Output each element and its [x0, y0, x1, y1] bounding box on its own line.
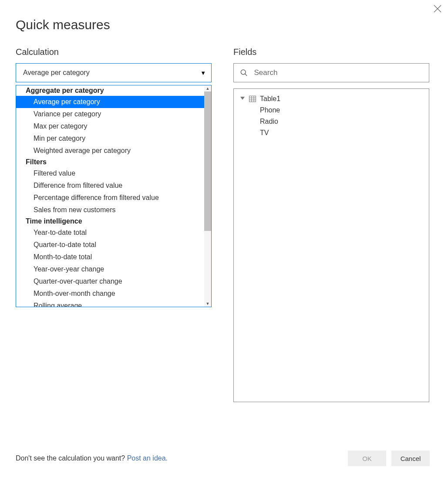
- table-icon: [249, 95, 256, 103]
- option-group-header: Filters: [16, 157, 211, 167]
- svg-point-2: [241, 70, 246, 75]
- svg-line-3: [245, 74, 247, 76]
- dropdown-option[interactable]: Month-over-month change: [16, 288, 211, 300]
- scrollbar-track[interactable]: ▲ ▼: [204, 85, 211, 307]
- post-idea-link[interactable]: Post an idea.: [127, 454, 168, 462]
- expand-collapse-icon[interactable]: [240, 96, 245, 102]
- fields-column-label: Phone: [260, 106, 280, 114]
- fields-table-label: Table1: [260, 95, 280, 103]
- dropdown-option[interactable]: Average per category: [16, 96, 211, 108]
- dialog-footer: Don't see the calculation you want? Post…: [16, 451, 430, 466]
- footer-hint-text: Don't see the calculation you want?: [16, 454, 127, 462]
- dropdown-option[interactable]: Variance per category: [16, 108, 211, 120]
- svg-marker-4: [240, 97, 245, 100]
- fields-section: Fields Table1 Phone Radio: [233, 47, 429, 402]
- dropdown-option[interactable]: Year-over-year change: [16, 263, 211, 275]
- calculation-label: Calculation: [16, 47, 212, 57]
- dropdown-option[interactable]: Quarter-over-quarter change: [16, 275, 211, 288]
- calculation-dropdown-list[interactable]: Aggregate per category Average per categ…: [16, 85, 212, 307]
- close-icon: [432, 3, 443, 14]
- dropdown-option[interactable]: Filtered value: [16, 167, 211, 180]
- fields-column-item[interactable]: TV: [240, 127, 423, 139]
- scroll-down-arrow-icon[interactable]: ▼: [204, 301, 211, 307]
- dropdown-option[interactable]: Sales from new customers: [16, 204, 211, 216]
- close-button[interactable]: [432, 3, 443, 14]
- dropdown-option[interactable]: Percentage difference from filtered valu…: [16, 192, 211, 204]
- ok-button[interactable]: OK: [348, 451, 386, 466]
- footer-buttons: OK Cancel: [348, 451, 430, 466]
- fields-search-input[interactable]: [253, 68, 423, 78]
- footer-hint: Don't see the calculation you want? Post…: [16, 454, 168, 462]
- fields-table-node[interactable]: Table1: [240, 93, 423, 105]
- dropdown-option[interactable]: Min per category: [16, 132, 211, 145]
- fields-tree: Table1 Phone Radio TV: [233, 88, 429, 402]
- dialog-title: Quick measures: [16, 17, 110, 32]
- dropdown-option[interactable]: Year-to-date total: [16, 227, 211, 239]
- fields-column-item[interactable]: Phone: [240, 105, 423, 116]
- cancel-button[interactable]: Cancel: [391, 451, 430, 466]
- dropdown-option[interactable]: Difference from filtered value: [16, 180, 211, 192]
- search-icon: [240, 68, 248, 77]
- dropdown-option[interactable]: Max per category: [16, 120, 211, 132]
- dropdown-option[interactable]: Weighted average per category: [16, 145, 211, 157]
- scroll-up-arrow-icon[interactable]: ▲: [204, 85, 211, 91]
- option-group-header: Aggregate per category: [16, 85, 211, 96]
- dropdown-option[interactable]: Month-to-date total: [16, 251, 211, 263]
- chevron-down-icon: ▼: [200, 70, 206, 76]
- scrollbar-thumb[interactable]: [204, 91, 211, 231]
- dropdown-option[interactable]: Quarter-to-date total: [16, 239, 211, 251]
- fields-label: Fields: [233, 47, 429, 57]
- fields-column-item[interactable]: Radio: [240, 116, 423, 127]
- fields-column-label: Radio: [260, 118, 278, 125]
- calculation-section: Calculation Average per category ▼: [16, 47, 212, 82]
- dropdown-option[interactable]: Rolling average: [16, 300, 211, 307]
- calculation-dropdown[interactable]: Average per category ▼: [16, 63, 212, 82]
- dropdown-scroll-area: Aggregate per category Average per categ…: [16, 85, 211, 307]
- svg-rect-5: [249, 96, 256, 102]
- fields-column-label: TV: [260, 129, 269, 137]
- calculation-dropdown-value: Average per category: [23, 69, 90, 77]
- fields-search-box[interactable]: [233, 63, 429, 82]
- option-group-header: Time intelligence: [16, 216, 211, 227]
